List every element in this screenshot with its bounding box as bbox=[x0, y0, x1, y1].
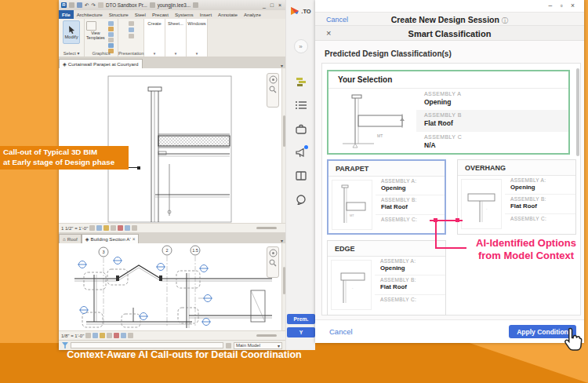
tab-systems[interactable]: Systems bbox=[172, 10, 197, 19]
visual-style-icon[interactable] bbox=[93, 333, 98, 338]
view-tab-roof[interactable]: ⌂ Roof bbox=[59, 234, 82, 243]
isolate-icon[interactable] bbox=[132, 225, 137, 231]
select-label[interactable]: Select ▾ bbox=[59, 51, 84, 56]
ribbon-panel-graphics: View Templates Graphics bbox=[85, 19, 118, 57]
tab-analyze[interactable]: Analyze bbox=[241, 10, 264, 19]
presentation-icon-2[interactable] bbox=[129, 27, 134, 32]
svg-text:3: 3 bbox=[102, 250, 104, 254]
search-icon[interactable] bbox=[150, 2, 155, 8]
list-icon[interactable] bbox=[295, 99, 307, 111]
horizontal-scrollbar[interactable] bbox=[256, 334, 277, 337]
y-button[interactable]: Y bbox=[287, 327, 315, 337]
library-icon[interactable] bbox=[295, 170, 307, 182]
redo-icon[interactable]: ↷ bbox=[91, 2, 95, 9]
assembly-c-row: ASSEMBLY C: bbox=[375, 295, 445, 313]
view-control-bar-1[interactable]: 1 1/2" = 1'-0" bbox=[59, 223, 285, 232]
navigation-bar[interactable] bbox=[267, 246, 279, 278]
prem-button[interactable]: Prem. bbox=[287, 314, 315, 324]
gallery-create[interactable]: Create ▾ bbox=[144, 19, 165, 57]
design-option-select[interactable]: Main Model ▾ bbox=[234, 342, 282, 349]
view-control-bar-2[interactable]: 1/8" = 1'-0" bbox=[59, 330, 285, 340]
bim-callout-label: Call-out of Typical 3D BIM at Early stag… bbox=[0, 146, 129, 170]
collapse-panel-button[interactable]: » bbox=[294, 39, 308, 53]
revit-titlebar[interactable]: R ↶ ↷ DTO Sandbox Pr... youngjin.lee3...… bbox=[59, 0, 285, 10]
status-input[interactable] bbox=[71, 342, 223, 348]
option-card-edge[interactable]: EDGE - ASSEMBLY A: Opening bbox=[327, 240, 446, 316]
sun-icon[interactable] bbox=[100, 333, 105, 338]
save-icon[interactable] bbox=[77, 2, 82, 8]
your-selection-card[interactable]: Your Selection MT bbox=[327, 70, 570, 155]
svg-text:MT: MT bbox=[377, 133, 383, 138]
section-tab-icon: ◈ bbox=[85, 236, 89, 242]
gallery-windows[interactable]: Windows ▾ bbox=[187, 19, 208, 57]
chevron-down-icon[interactable]: ▾ bbox=[187, 51, 207, 56]
steering-wheel-icon bbox=[269, 75, 278, 84]
chat-icon[interactable] bbox=[295, 193, 307, 206]
overhang-thumbnail: - bbox=[461, 179, 502, 229]
section-tab-icon: ◈ bbox=[63, 61, 67, 67]
crop-visibility-icon[interactable] bbox=[121, 333, 126, 338]
crop-icon[interactable] bbox=[114, 333, 119, 338]
tab-architecture[interactable]: Architecture bbox=[74, 10, 106, 19]
cancel-button[interactable]: Cancel bbox=[329, 327, 353, 336]
visual-style-icon[interactable] bbox=[96, 225, 102, 231]
zoom-icon bbox=[269, 259, 277, 267]
view-tab-building-section[interactable]: ◈ Building Section A' × bbox=[82, 234, 140, 243]
undo-icon[interactable]: ↶ bbox=[85, 2, 89, 9]
detail-level-icon[interactable] bbox=[89, 225, 95, 231]
modify-button[interactable]: Modify bbox=[63, 20, 80, 44]
parapet-thumbnail: MT bbox=[332, 180, 372, 230]
gallery-sheet[interactable]: Sheet... ▾ bbox=[165, 19, 187, 57]
chevron-down-icon[interactable]: ▾ bbox=[165, 51, 186, 56]
graphics-buttons[interactable] bbox=[108, 21, 116, 53]
filter-icon[interactable] bbox=[62, 342, 68, 348]
sync-icon[interactable] bbox=[98, 2, 103, 8]
tab-structure[interactable]: Structure bbox=[106, 10, 132, 19]
ai-connector-line bbox=[435, 221, 437, 248]
sun-icon[interactable] bbox=[103, 225, 109, 231]
crop-visibility-icon[interactable] bbox=[125, 225, 130, 231]
view-scale[interactable]: 1 1/2" = 1'-0" bbox=[61, 226, 88, 231]
tab-insert[interactable]: Insert bbox=[197, 10, 215, 19]
tab-annotate[interactable]: Annotate bbox=[215, 10, 241, 19]
horizontal-scrollbar[interactable] bbox=[256, 227, 277, 229]
assembly-b-row: ASSEMBLY B: Flat Roof bbox=[505, 195, 575, 213]
workset-icon[interactable] bbox=[226, 343, 231, 348]
section-title: Predicted Design Classification(s) bbox=[325, 49, 452, 58]
ribbon: Modify Select ▾ View Templates Graphics bbox=[59, 19, 285, 57]
building-section-drawing: 3 2 1.5 bbox=[59, 243, 281, 330]
classification-icon[interactable] bbox=[295, 75, 307, 88]
revit-window-controls[interactable]: _ □ × bbox=[263, 2, 283, 8]
chevron-down-icon[interactable]: ▾ bbox=[144, 51, 165, 56]
drawing-canvas-section[interactable]: 3 2 1.5 bbox=[59, 243, 285, 330]
view-tab-curtainwall[interactable]: ◈ Curtainwall Parapet at Courtyard bbox=[59, 59, 143, 68]
graphics-label[interactable]: Graphics bbox=[85, 51, 118, 56]
panel-scrollbar[interactable] bbox=[576, 68, 579, 156]
assembly-a-row: ASSEMBLY A: Opening bbox=[376, 177, 445, 195]
assembly-c-row: ASSEMBLY C: bbox=[505, 214, 575, 232]
tab-steel[interactable]: Steel bbox=[132, 10, 149, 19]
user-account[interactable]: youngjin.lee3... bbox=[158, 2, 191, 8]
help-icon[interactable] bbox=[193, 2, 198, 8]
view-templates-icon[interactable] bbox=[86, 21, 96, 31]
announcement-icon[interactable] bbox=[295, 146, 307, 159]
info-icon[interactable]: ⓘ bbox=[502, 16, 509, 24]
view-scale[interactable]: 1/8" = 1'-0" bbox=[61, 334, 84, 338]
crop-icon[interactable] bbox=[118, 225, 123, 231]
shadows-icon[interactable] bbox=[107, 333, 112, 338]
option-card-overhang[interactable]: OVERHANG - ASSEMBLY A: Opening bbox=[457, 159, 576, 235]
briefcase-icon[interactable] bbox=[295, 122, 307, 135]
tab-precast[interactable]: Precast bbox=[149, 10, 172, 19]
tab-file[interactable]: File bbox=[59, 10, 74, 19]
close-view-icon[interactable]: × bbox=[132, 236, 136, 242]
option-card-parapet[interactable]: PARAPET MT ASSEMBLY A: bbox=[327, 159, 446, 235]
panel-window-controls[interactable]: – ▫ × bbox=[549, 2, 578, 9]
shadows-icon[interactable] bbox=[111, 225, 116, 231]
open-icon[interactable] bbox=[69, 2, 74, 8]
isolate-icon[interactable] bbox=[128, 333, 133, 338]
assembly-b-row: ASSEMBLY B Flat Roof bbox=[416, 110, 568, 131]
detail-level-icon[interactable] bbox=[85, 333, 91, 338]
navigation-bar[interactable] bbox=[267, 73, 279, 108]
presentation-icon-3[interactable] bbox=[129, 34, 134, 38]
presentation-icon-1[interactable] bbox=[129, 21, 134, 26]
